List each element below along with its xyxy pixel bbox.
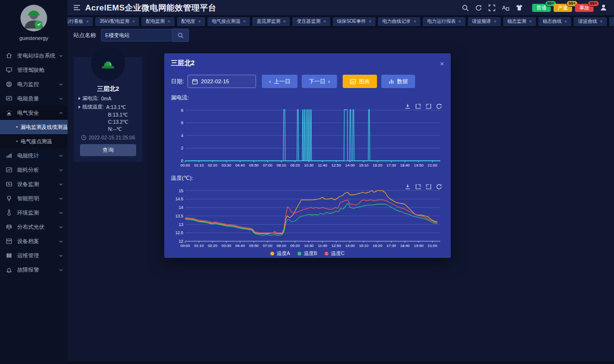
- chevron-down-icon: [59, 212, 63, 214]
- energy-stats-icon: [6, 152, 12, 159]
- sidebar-item-管理驾驶舱[interactable]: 管理驾驶舱: [0, 63, 68, 77]
- tab-35kV配电监测[interactable]: 35kV配电监测×: [95, 17, 139, 26]
- prev-day-button[interactable]: ‹ 上一日: [262, 75, 297, 88]
- tab-label: 变压器监测: [297, 18, 320, 25]
- refresh-icon[interactable]: [475, 4, 482, 11]
- tab-电气接点测温[interactable]: 电气接点测温×: [208, 17, 250, 26]
- chevron-down-icon: [59, 226, 63, 228]
- expander-triangle-icon[interactable]: [79, 97, 80, 100]
- tab-close-icon[interactable]: ×: [600, 19, 602, 24]
- alarm-badge-严重[interactable]: 严重99+: [554, 4, 572, 12]
- sidebar-item-电力监控[interactable]: 电力监控: [0, 77, 68, 91]
- tab-变压器监测[interactable]: 变压器监测×: [292, 17, 330, 26]
- sidebar-item-环境监测[interactable]: 环境监测: [0, 206, 68, 220]
- tab-close-icon[interactable]: ×: [369, 19, 371, 24]
- download-icon[interactable]: [405, 184, 411, 190]
- chevron-up-icon: [59, 112, 63, 114]
- svg-text:19:50: 19:50: [414, 244, 424, 248]
- sidebar-item-分布式光伏[interactable]: 分布式光伏: [0, 220, 68, 234]
- bullet-icon: •: [16, 139, 18, 144]
- close-icon[interactable]: ×: [440, 60, 444, 67]
- tab-close-icon[interactable]: ×: [86, 19, 89, 24]
- refresh-chart-icon[interactable]: [436, 103, 442, 109]
- tab-label: 稳态曲线: [543, 18, 562, 25]
- sidebar-subitem-电气接点测温[interactable]: •电气接点测温: [0, 134, 68, 148]
- restore-icon[interactable]: [415, 103, 421, 109]
- search-icon[interactable]: [462, 4, 469, 11]
- legend-item-温度B[interactable]: 温度B: [297, 250, 317, 257]
- svg-text:14:00: 14:00: [345, 244, 355, 248]
- tab-close-icon[interactable]: ×: [564, 19, 567, 24]
- svg-text:02:20: 02:20: [208, 163, 218, 167]
- tab-电力曲线记录[interactable]: 电力曲线记录×: [378, 17, 420, 26]
- date-input[interactable]: 2022-02-15: [188, 75, 256, 88]
- tab-稳态曲线[interactable]: 稳态曲线×: [538, 17, 571, 26]
- tab-稳态监测[interactable]: 稳态监测×: [503, 17, 536, 26]
- svg-text:05:50: 05:50: [249, 244, 259, 248]
- tab-label: 直流屏监测: [257, 18, 280, 25]
- theme-shirt-icon[interactable]: [515, 4, 523, 11]
- station-search-button[interactable]: [172, 29, 189, 42]
- tab-暂态分析[interactable]: 暂态分析×: [609, 17, 614, 26]
- svg-text:07:00: 07:00: [263, 244, 273, 248]
- svg-text:14:00: 14:00: [345, 163, 355, 167]
- chart-view-button[interactable]: 图表: [343, 75, 377, 88]
- tab-close-icon[interactable]: ×: [168, 19, 170, 24]
- hamburger-menu-icon[interactable]: [73, 5, 80, 10]
- tab-配电室[interactable]: 配电室×: [177, 17, 205, 26]
- legend-item-温度C[interactable]: 温度C: [325, 250, 345, 257]
- tab-直流屏监测[interactable]: 直流屏监测×: [252, 17, 290, 26]
- alarm-badge-事故[interactable]: 事故99+: [575, 4, 594, 12]
- alarm-badge-普通[interactable]: 普通99+: [532, 4, 551, 12]
- fullscreen-icon[interactable]: [488, 4, 495, 11]
- sidebar-item-电能统计[interactable]: 电能统计: [0, 148, 68, 163]
- sidebar-item-电气安全[interactable]: 电气安全: [0, 106, 68, 120]
- sidebar-item-运维管理[interactable]: 运维管理: [0, 248, 68, 263]
- tab-close-icon[interactable]: ×: [243, 19, 246, 24]
- svg-text:13: 13: [179, 222, 184, 227]
- sidebar-item-智能照明[interactable]: 智能照明: [0, 191, 68, 206]
- tab-电力运行报表[interactable]: 电力运行报表×: [423, 17, 465, 26]
- tab-close-icon[interactable]: ×: [494, 19, 496, 24]
- tab-close-icon[interactable]: ×: [414, 19, 416, 24]
- tab-close-icon[interactable]: ×: [323, 19, 326, 24]
- tab-综保SOE事件[interactable]: 综保SOE事件×: [333, 17, 376, 26]
- sidebar-item-设备档案[interactable]: 设备档案: [0, 234, 68, 248]
- substation-icon: [6, 52, 12, 59]
- tab-close-icon[interactable]: ×: [198, 19, 201, 24]
- refresh-chart-icon[interactable]: [436, 184, 442, 190]
- tab-close-icon[interactable]: ×: [283, 19, 286, 24]
- user-icon[interactable]: [600, 4, 607, 11]
- translate-icon[interactable]: A: [502, 4, 509, 11]
- sidebar-item-电能质量[interactable]: 电能质量: [0, 91, 68, 106]
- sidebar-item-label: 电力监控: [17, 81, 39, 88]
- badge-count: 99+: [588, 0, 599, 7]
- tab-运行看板[interactable]: 运行看板×: [68, 17, 93, 26]
- chevron-down-icon: [59, 155, 63, 157]
- dataview-icon[interactable]: [426, 184, 432, 190]
- expander-triangle-icon[interactable]: [79, 106, 80, 108]
- tab-close-icon[interactable]: ×: [458, 19, 461, 24]
- sidebar-item-变电站综自系统[interactable]: 变电站综自系统: [0, 49, 68, 63]
- tab-label: 配电室: [181, 18, 196, 25]
- download-icon[interactable]: [405, 103, 411, 109]
- sidebar-menu: 变电站综自系统管理驾驶舱电力监控电能质量电气安全•漏电监测及线缆测温•电气接点测…: [0, 49, 68, 277]
- sidebar-item-设备监测[interactable]: 设备监测: [0, 177, 68, 191]
- tab-谐波频谱[interactable]: 谐波频谱×: [468, 17, 501, 26]
- restore-icon[interactable]: [415, 184, 421, 190]
- station-name-input[interactable]: [101, 29, 172, 41]
- tab-close-icon[interactable]: ×: [132, 19, 135, 24]
- dataview-icon[interactable]: [426, 103, 432, 109]
- sidebar-subitem-漏电监测及线缆测温[interactable]: •漏电监测及线缆测温: [0, 120, 68, 134]
- data-view-button[interactable]: 数据: [381, 75, 415, 88]
- tab-close-icon[interactable]: ×: [529, 19, 532, 24]
- tab-谐波曲线[interactable]: 谐波曲线×: [574, 17, 606, 26]
- query-button[interactable]: 查询: [80, 144, 136, 156]
- cable-temp-label: 线缆温度:: [82, 104, 104, 110]
- tab-label: 谐波频谱: [472, 18, 491, 25]
- next-day-button[interactable]: 下一日 ›: [302, 75, 337, 88]
- tab-配电监测[interactable]: 配电监测×: [141, 17, 174, 26]
- legend-item-温度A[interactable]: 温度A: [270, 250, 290, 257]
- sidebar-item-能耗分析[interactable]: 能耗分析: [0, 163, 68, 177]
- sidebar-item-故障报警[interactable]: 故障报警: [0, 263, 68, 277]
